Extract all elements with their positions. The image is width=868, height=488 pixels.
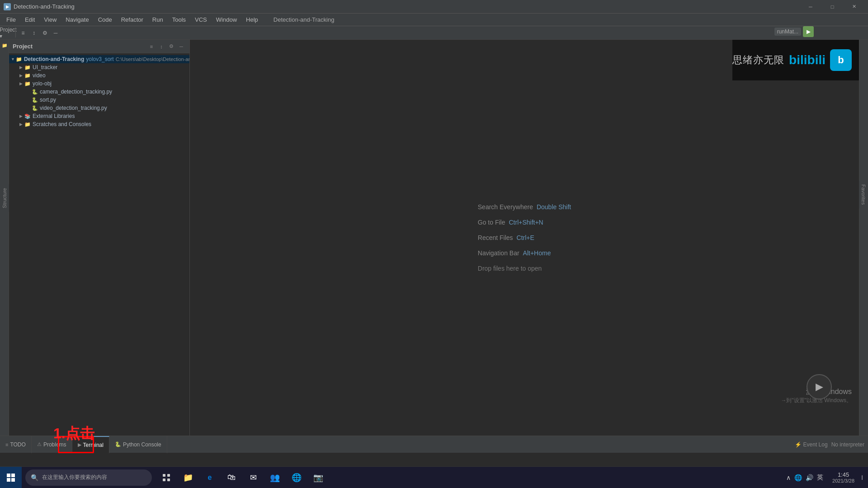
clock-date: 2021/3/28 (832, 478, 854, 483)
minimize-button[interactable]: ─ (800, 0, 821, 14)
svg-rect-1 (11, 474, 15, 477)
browser-button[interactable]: 🌐 (286, 467, 307, 488)
show-desktop-button[interactable]: | (860, 467, 864, 488)
editor-area: Search Everywhere Double Shift Go to Fil… (190, 40, 859, 436)
tab-python-console[interactable]: 🐍 Python Console (109, 436, 167, 453)
run-area: runMat... ▶ (774, 26, 814, 37)
structure-tab[interactable]: Structure (0, 184, 9, 212)
tray-up-arrow[interactable]: ∧ (786, 474, 791, 481)
project-sidebar: Project ≡ ↕ ⚙ ─ ▼ 📁 Detection-and-Tracki… (9, 40, 190, 436)
tree-video[interactable]: ▶ 📁 video (9, 71, 189, 80)
scratches-label: Scratches and Consoles (33, 121, 91, 127)
menu-navigate[interactable]: Navigate (61, 14, 93, 25)
scratches-icon: 📁 (24, 121, 31, 127)
hint-navbar: Navigation Bar Alt+Home (478, 249, 571, 257)
hint-navbar-label: Navigation Bar (478, 249, 519, 257)
tab-todo-label: TODO (10, 441, 25, 448)
tree-yolo-obj[interactable]: ▶ 📁 yolo-obj (9, 80, 189, 88)
toolbar-icon-3[interactable]: ⚙ (39, 28, 50, 38)
sidebar-icon-4[interactable]: ─ (177, 42, 186, 51)
tray-volume[interactable]: 🔊 (806, 474, 813, 481)
tab-problems-label: Problems (43, 441, 66, 448)
menu-edit[interactable]: Edit (20, 14, 39, 25)
menu-refactor[interactable]: Refactor (117, 14, 148, 25)
svg-rect-2 (7, 478, 10, 482)
problems-icon: ⚠ (37, 441, 42, 447)
menu-run[interactable]: Run (148, 14, 168, 25)
hint-recent-key: Ctrl+E (517, 234, 534, 241)
menu-vcs[interactable]: VCS (190, 14, 212, 25)
tab-problems[interactable]: ⚠ Problems (32, 436, 72, 453)
tray-lang[interactable]: 英 (817, 474, 823, 482)
file-explorer-button[interactable]: 📁 (177, 467, 199, 488)
taskbar-right: ∧ 🌐 🔊 英 1:45 2021/3/28 | (783, 467, 868, 488)
tab-python-label: Python Console (123, 441, 161, 448)
tree-ext-libs[interactable]: ▶ 📚 External Libraries (9, 112, 189, 120)
sidebar-icon-3[interactable]: ⚙ (167, 42, 176, 51)
interpreter-label[interactable]: No interpreter (831, 441, 864, 448)
run-button[interactable]: ▶ (803, 26, 814, 37)
tab-terminal[interactable]: ▶ Terminal (72, 436, 109, 453)
toolbar: Project ▾ ≡ ↕ ⚙ ─ (0, 26, 868, 40)
ui-tracker-icon: 📁 (24, 64, 31, 70)
toolbar-icon-4[interactable]: ─ (50, 28, 61, 38)
titlebar-controls: ─ □ ✕ (800, 0, 864, 14)
hint-recent-label: Recent Files (478, 234, 513, 241)
tray-network[interactable]: 🌐 (794, 474, 802, 481)
run-config-selector[interactable]: runMat... (774, 28, 801, 36)
windows-activation-area: 激活 Windows →到"设置"以激活 Windows。 (723, 378, 859, 414)
scratches-arrow: ▶ (18, 122, 24, 127)
svg-rect-5 (167, 474, 170, 477)
bilibili-overlay: 思绪亦无限 bilibili b (732, 40, 859, 80)
maximize-button[interactable]: □ (822, 0, 843, 14)
tree-scratches[interactable]: ▶ 📁 Scratches and Consoles (9, 120, 189, 128)
teams-button[interactable]: 👥 (264, 467, 286, 488)
project-icon[interactable]: 📁 (1, 42, 8, 49)
toolbar-icon-2[interactable]: ↕ (28, 28, 39, 38)
tree-root[interactable]: ▼ 📁 Detection-and-Tracking yolov3_sort C… (9, 55, 189, 63)
tree-video-py[interactable]: ▶ 🐍 video_detection_tracking.py (9, 104, 189, 112)
menu-help[interactable]: Help (241, 14, 263, 25)
ui-tracker-arrow: ▶ (18, 65, 24, 70)
menu-code[interactable]: Code (94, 14, 117, 25)
store-button[interactable]: 🛍 (221, 467, 242, 488)
toolbar-icon-1[interactable]: ≡ (18, 28, 28, 38)
tree-root-arrow: ▼ (11, 56, 15, 62)
terminal-icon: ▶ (78, 442, 81, 448)
menu-file[interactable]: File (2, 14, 20, 25)
editor-hints: Search Everywhere Double Shift Go to Fil… (478, 203, 571, 272)
python-console-icon: 🐍 (115, 441, 121, 447)
project-dropdown[interactable]: Project ▾ (3, 28, 14, 38)
yolo-label: yolo-obj (33, 80, 52, 87)
search-placeholder: 在这里输入你要搜索的内容 (42, 474, 107, 481)
bilibili-logo: b (830, 49, 852, 71)
menu-window[interactable]: Window (212, 14, 241, 25)
start-button[interactable] (0, 467, 22, 488)
menu-tools[interactable]: Tools (168, 14, 190, 25)
tree-ui-tracker[interactable]: ▶ 📁 UI_tracker (9, 63, 189, 71)
tree-camera-py[interactable]: ▶ 🐍 camera_detection_tracking.py (9, 88, 189, 96)
taskbar-search[interactable]: 🔍 在这里输入你要搜索的内容 (25, 469, 152, 486)
hint-search-label: Search Everywhere (478, 203, 533, 211)
task-view-button[interactable] (156, 467, 177, 488)
edge-button[interactable]: e (199, 467, 221, 488)
event-log-label: Event Log (803, 441, 828, 448)
sidebar-icon-2[interactable]: ↕ (157, 42, 166, 51)
play-button[interactable]: ▶ (807, 374, 832, 399)
yolo-icon: 📁 (24, 80, 31, 87)
close-button[interactable]: ✕ (844, 0, 864, 14)
favorites-tab[interactable]: Favorites (859, 181, 868, 208)
sidebar-icon-1[interactable]: ≡ (147, 42, 156, 51)
hint-goto-label: Go to File (478, 219, 505, 226)
mail-button[interactable]: ✉ (242, 467, 264, 488)
video-icon: 📁 (24, 72, 31, 79)
hint-drop: Drop files here to open (478, 265, 571, 272)
photos-button[interactable]: 📷 (307, 467, 329, 488)
tree-sort-py[interactable]: ▶ 🐍 sort.py (9, 96, 189, 104)
event-log-button[interactable]: ⚡ Event Log (795, 441, 828, 448)
tab-todo[interactable]: ≡ TODO (0, 436, 32, 453)
menubar: File Edit View Navigate Code Refactor Ru… (0, 14, 868, 26)
system-clock[interactable]: 1:45 2021/3/28 (829, 467, 858, 488)
hint-search: Search Everywhere Double Shift (478, 203, 571, 211)
menu-view[interactable]: View (39, 14, 61, 25)
